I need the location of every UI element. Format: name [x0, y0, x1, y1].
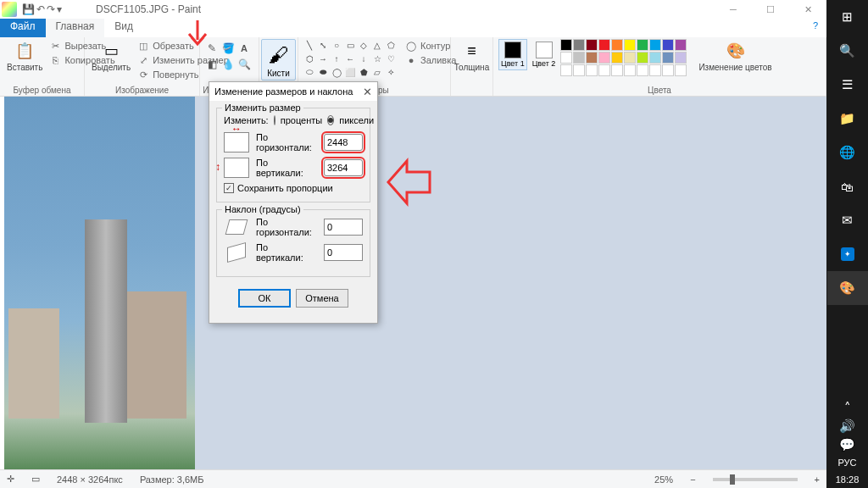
- palette-swatch[interactable]: [611, 39, 623, 51]
- palette-swatch[interactable]: [573, 52, 585, 64]
- skew-h-icon: [224, 217, 249, 237]
- paste-button[interactable]: 📋Вставить: [5, 39, 44, 74]
- color2-button[interactable]: Цвет 2: [531, 40, 558, 69]
- palette-swatch[interactable]: [598, 52, 610, 64]
- start-button[interactable]: ⊞: [827, 0, 868, 34]
- zoom-slider[interactable]: [713, 478, 798, 481]
- palette-swatch[interactable]: [649, 39, 661, 51]
- palette-swatch[interactable]: [624, 64, 636, 76]
- size-button[interactable]: ≡Толщина: [456, 39, 487, 74]
- outline-button[interactable]: ◯Контур: [403, 39, 458, 53]
- language-indicator[interactable]: РУС: [834, 454, 860, 471]
- zoom-out-button[interactable]: −: [690, 474, 695, 485]
- palette-swatch[interactable]: [611, 64, 623, 76]
- search-icon[interactable]: 🔍: [827, 34, 868, 68]
- palette-swatch[interactable]: [662, 39, 674, 51]
- zoom-icon[interactable]: 🔍: [237, 58, 251, 71]
- notifications-icon[interactable]: 💬: [827, 435, 868, 454]
- radio-pixels[interactable]: [327, 115, 334, 125]
- ok-button[interactable]: ОК: [238, 289, 291, 308]
- edit-colors-button[interactable]: 🎨Изменение цветов: [697, 39, 773, 74]
- dialog-close-icon[interactable]: ✕: [363, 86, 372, 98]
- canvas-area[interactable]: [4, 97, 826, 469]
- close-button[interactable]: ✕: [789, 0, 826, 19]
- palette-swatch[interactable]: [649, 52, 661, 64]
- minimize-button[interactable]: ─: [715, 0, 752, 19]
- task-view-icon[interactable]: ☰: [827, 68, 868, 102]
- volume-icon[interactable]: 🔊: [827, 417, 868, 435]
- palette-swatch[interactable]: [637, 39, 648, 51]
- palette-swatch[interactable]: [586, 64, 598, 76]
- color-palette[interactable]: [560, 39, 687, 76]
- windows-taskbar: ⊞ 🔍 ☰ 📁 🌐 🛍 ✉ ✦ 🎨 ˄ 🔊 💬 РУС 18:28: [826, 0, 868, 488]
- image-content: [4, 97, 195, 469]
- tab-home[interactable]: Главная: [46, 19, 105, 37]
- horiz-input[interactable]: [324, 134, 363, 151]
- skew-v-label: По вертикали:: [256, 242, 317, 263]
- vert-label: По вертикали:: [256, 158, 317, 178]
- paint-icon[interactable]: 🎨: [827, 271, 868, 305]
- select-button[interactable]: ▭Выделить: [90, 39, 132, 74]
- shapes-gallery[interactable]: ╲⤡○▭◇△⬠ ⬡→↑←↓☆♡ ⬭⬬◯⬜⬟▱⟡: [303, 39, 397, 78]
- undo-icon[interactable]: ↶: [36, 3, 45, 15]
- palette-swatch[interactable]: [624, 52, 636, 64]
- ribbon-tabs: Файл Главная Вид ?: [0, 19, 826, 37]
- security-icon[interactable]: ✦: [827, 237, 868, 271]
- save-icon[interactable]: 💾: [22, 3, 35, 15]
- redo-icon[interactable]: ↷: [47, 3, 55, 15]
- tab-file[interactable]: Файл: [0, 19, 46, 37]
- zoom-in-button[interactable]: +: [815, 474, 820, 485]
- palette-swatch[interactable]: [598, 64, 610, 76]
- pencil-icon[interactable]: ✎: [205, 42, 219, 55]
- vert-icon: [224, 158, 249, 178]
- edge-icon[interactable]: 🌐: [827, 136, 868, 169]
- palette-swatch[interactable]: [598, 39, 610, 51]
- cancel-button[interactable]: Отмена: [296, 289, 348, 308]
- tab-view[interactable]: Вид: [104, 19, 143, 37]
- palette-swatch[interactable]: [573, 39, 585, 51]
- palette-swatch[interactable]: [637, 64, 648, 76]
- palette-swatch[interactable]: [560, 52, 572, 64]
- fill-icon[interactable]: 🪣: [221, 42, 235, 55]
- palette-swatch[interactable]: [637, 52, 648, 64]
- selection-icon: ▭: [31, 474, 40, 485]
- group-clipboard-label: Буфер обмена: [0, 86, 84, 95]
- palette-swatch[interactable]: [675, 39, 687, 51]
- palette-swatch[interactable]: [662, 64, 674, 76]
- picker-icon[interactable]: 💧: [221, 58, 235, 71]
- skew-h-input[interactable]: [324, 219, 363, 236]
- group-image-label: Изображение: [85, 86, 199, 95]
- explorer-icon[interactable]: 📁: [827, 102, 868, 136]
- skew-v-input[interactable]: [324, 244, 363, 261]
- palette-swatch[interactable]: [624, 39, 636, 51]
- palette-swatch[interactable]: [586, 52, 598, 64]
- palette-swatch[interactable]: [586, 39, 598, 51]
- skew-v-icon: [224, 242, 249, 263]
- palette-swatch[interactable]: [649, 64, 661, 76]
- mail-icon[interactable]: ✉: [827, 203, 868, 237]
- clock[interactable]: 18:28: [832, 471, 863, 488]
- text-icon[interactable]: A: [237, 42, 251, 55]
- dialog-title: Изменение размеров и наклона: [214, 86, 353, 97]
- color1-button[interactable]: Цвет 1: [498, 39, 527, 70]
- store-icon[interactable]: 🛍: [827, 169, 868, 203]
- qat-dropdown-icon[interactable]: ▾: [57, 3, 62, 15]
- shape-fill-button[interactable]: ●Заливка: [403, 53, 458, 67]
- palette-swatch[interactable]: [675, 52, 687, 64]
- palette-swatch[interactable]: [560, 64, 572, 76]
- palette-swatch[interactable]: [662, 52, 674, 64]
- radio-percent[interactable]: [274, 115, 275, 125]
- aspect-label: Сохранить пропорции: [237, 183, 333, 193]
- aspect-checkbox[interactable]: ✓: [224, 183, 234, 193]
- palette-swatch[interactable]: [611, 52, 623, 64]
- dialog-title-bar[interactable]: Изменение размеров и наклона ✕: [209, 82, 377, 101]
- brushes-button[interactable]: 🖌 Кисти: [261, 39, 296, 80]
- eraser-icon[interactable]: ◧: [205, 58, 219, 71]
- palette-swatch[interactable]: [573, 64, 585, 76]
- palette-swatch[interactable]: [560, 39, 572, 51]
- help-icon[interactable]: ?: [804, 19, 826, 37]
- palette-swatch[interactable]: [675, 64, 687, 76]
- vert-input[interactable]: [324, 159, 363, 176]
- tray-chevron-icon[interactable]: ˄: [827, 398, 868, 417]
- maximize-button[interactable]: ☐: [752, 0, 789, 19]
